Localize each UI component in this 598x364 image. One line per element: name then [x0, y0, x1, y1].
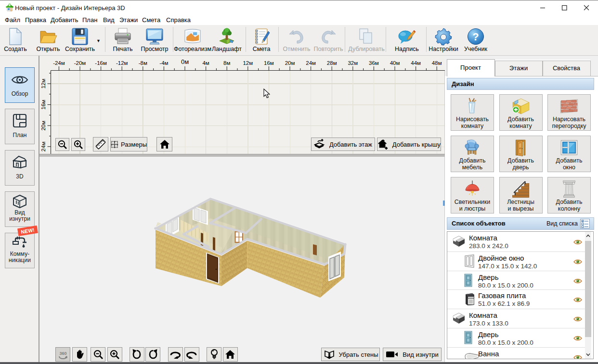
svg-text:16м: 16м	[40, 100, 46, 110]
svg-text:24м: 24м	[40, 141, 46, 151]
svg-text:28м: 28м	[327, 60, 337, 66]
svg-text:20м: 20м	[285, 60, 295, 66]
svg-text:-4м: -4м	[159, 60, 168, 66]
svg-text:-16м: -16м	[95, 60, 107, 66]
svg-text:12м: 12м	[243, 60, 253, 66]
svg-text:-24м: -24м	[53, 60, 65, 66]
svg-text:-12м: -12м	[116, 60, 128, 66]
svg-text:-20м: -20м	[74, 60, 86, 66]
svg-text:?: ?	[472, 31, 479, 43]
svg-text:44м: 44м	[411, 60, 421, 66]
svg-text:36м: 36м	[369, 60, 379, 66]
svg-text:16м: 16м	[264, 60, 274, 66]
svg-text:3: 3	[11, 8, 13, 11]
svg-text:-8м: -8м	[139, 60, 147, 66]
svg-text:24м: 24м	[306, 60, 316, 66]
svg-text:0м: 0м	[181, 58, 189, 65]
svg-text:8м: 8м	[223, 60, 230, 66]
svg-text:360: 360	[59, 351, 66, 356]
svg-text:40м: 40м	[390, 60, 400, 66]
svg-text:20м: 20м	[40, 121, 46, 131]
svg-text:4м: 4м	[202, 60, 209, 66]
svg-text:48м: 48м	[432, 60, 442, 66]
svg-text:12м: 12м	[40, 79, 46, 89]
svg-text:32м: 32м	[348, 60, 358, 66]
